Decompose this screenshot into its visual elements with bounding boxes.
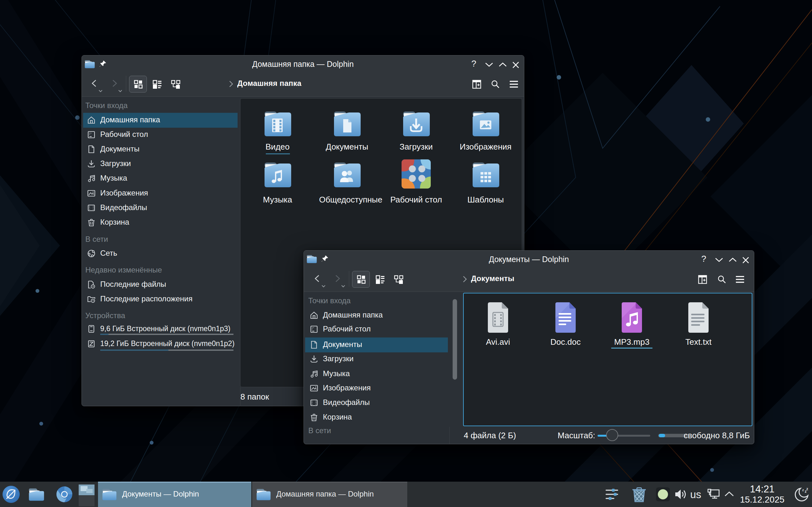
svg-text:z: z [806, 487, 808, 491]
svg-text:z: z [802, 488, 804, 492]
